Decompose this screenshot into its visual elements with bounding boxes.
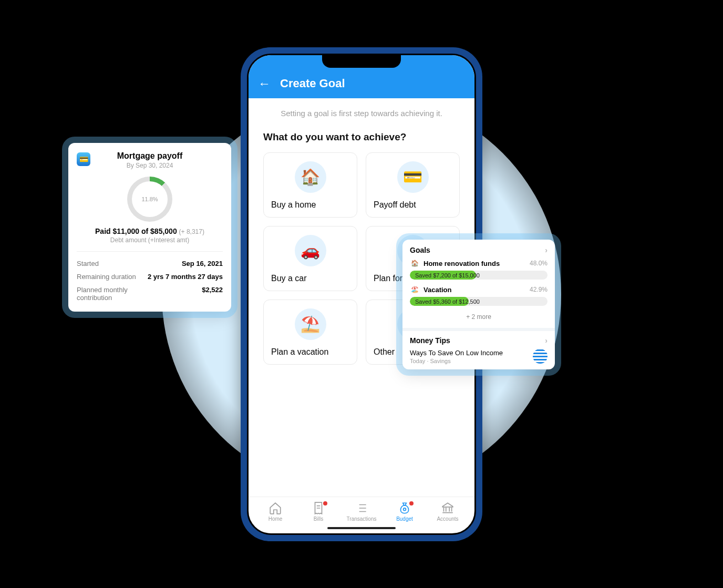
svg-point-0: [404, 508, 406, 510]
nav-bills[interactable]: Bills: [300, 501, 337, 522]
mortgage-payoff-card[interactable]: 💳 Mortgage payoff By Sep 30, 2024 11.8% …: [68, 143, 231, 312]
progress-text: Saved $5,360 of $12,500: [415, 297, 480, 306]
question-heading: What do you want to achieve?: [263, 131, 460, 143]
home-indicator: [327, 527, 396, 529]
goals-header[interactable]: Goals ›: [410, 246, 548, 254]
goal-buy-car[interactable]: 🚗 Buy a car: [263, 226, 357, 291]
goal-vacation[interactable]: ⛱️ Plan a vacation: [263, 300, 357, 365]
mortgage-title: Mortgage payoff: [77, 151, 223, 161]
progress-ring: 11.8%: [127, 177, 172, 222]
goal-label: Buy a home: [271, 200, 349, 210]
goal-summary-row[interactable]: 🏖️ Vacation 42.9% Saved $5,360 of $12,50…: [410, 285, 548, 306]
credit-card-icon: 💳: [77, 152, 90, 166]
detail-row: Remaining duration 2 yrs 7 months 27 day…: [77, 270, 223, 283]
goal-percent: 42.9%: [530, 286, 548, 293]
goal-name: Home renovation funds: [424, 260, 525, 267]
progress-bar: Saved $5,360 of $12,500: [410, 297, 548, 306]
goal-label: Buy a car: [271, 274, 349, 283]
goal-summary-row[interactable]: 🏠 Home renovation funds 48.0% Saved $7,2…: [410, 259, 548, 280]
goal-label: Payoff debt: [374, 200, 452, 210]
back-arrow-icon[interactable]: ←: [258, 76, 271, 91]
chevron-right-icon: ›: [545, 246, 548, 254]
mortgage-details: Started Sep 16, 2021 Remaining duration …: [77, 251, 223, 304]
tip-thumbnail-icon: [533, 349, 548, 364]
umbrella-icon: ⛱️: [295, 308, 326, 340]
beach-icon: 🏖️: [410, 285, 419, 294]
list-icon: [355, 501, 368, 515]
tip-title: Ways To Save On Low Income: [410, 349, 503, 357]
bank-icon: [441, 501, 455, 515]
page-title: Create Goal: [280, 77, 345, 90]
goal-label: Plan a vacation: [271, 347, 349, 357]
progress-bar: Saved $7,200 of $15,000: [410, 271, 548, 280]
nav-accounts[interactable]: Accounts: [429, 501, 466, 522]
goal-name: Vacation: [424, 286, 525, 294]
nav-label: Bills: [314, 516, 323, 522]
chevron-right-icon: ›: [545, 336, 548, 345]
nav-transactions[interactable]: Transactions: [343, 501, 380, 522]
subtitle-text: Setting a goal is first step towards ach…: [263, 109, 460, 118]
home-icon: [268, 501, 282, 515]
nav-budget[interactable]: Budget: [386, 501, 423, 522]
notification-badge: [322, 500, 328, 507]
house-icon: 🏠: [295, 161, 326, 193]
car-icon: 🚗: [295, 235, 326, 266]
tip-meta: Today · Savings: [410, 358, 503, 364]
detail-row: Started Sep 16, 2021: [77, 257, 223, 270]
nav-home[interactable]: Home: [257, 501, 294, 522]
notification-badge: [408, 500, 415, 507]
nav-label: Accounts: [437, 516, 458, 522]
nav-label: Home: [268, 516, 283, 522]
detail-row: Planned monthly contribution $2,522: [77, 283, 223, 304]
goal-percent: 48.0%: [530, 260, 548, 267]
progress-percent: 11.8%: [141, 196, 158, 202]
phone-notch: [322, 55, 401, 68]
debt-note: Debt amount (+Interest amt): [77, 236, 223, 244]
goals-summary-card[interactable]: Goals › 🏠 Home renovation funds 48.0% Sa…: [402, 240, 555, 369]
nav-label: Budget: [396, 516, 413, 522]
more-goals-link[interactable]: + 2 more: [410, 311, 548, 324]
mortgage-by-date: By Sep 30, 2024: [77, 162, 223, 169]
nav-label: Transactions: [347, 516, 377, 522]
house-icon: 🏠: [410, 259, 419, 268]
tips-header[interactable]: Money Tips ›: [410, 336, 548, 345]
paid-line: Paid $11,000 of $85,000 (+ 8,317): [77, 227, 223, 235]
goal-buy-home[interactable]: 🏠 Buy a home: [263, 152, 357, 218]
credit-card-icon: 💳: [397, 161, 429, 193]
progress-text: Saved $7,200 of $15,000: [415, 271, 480, 280]
goal-payoff-debt[interactable]: 💳 Payoff debt: [366, 152, 460, 218]
money-tip-row[interactable]: Ways To Save On Low Income Today · Savin…: [410, 349, 548, 364]
